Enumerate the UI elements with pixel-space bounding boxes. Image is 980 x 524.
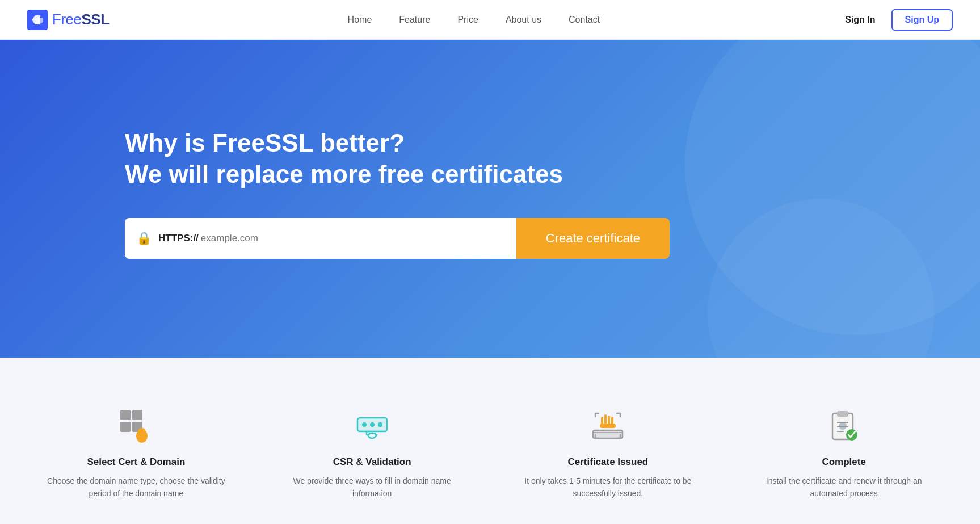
feature-csr-desc: We provide three ways to fill in domain … (277, 475, 468, 500)
logo-text: FreeSSL (52, 11, 110, 28)
svg-point-10 (362, 422, 367, 427)
nav-about[interactable]: About us (506, 15, 541, 25)
nav-actions: Sign In Sign Up (838, 9, 953, 31)
feature-csr-title: CSR & Validation (333, 456, 411, 468)
cert-issued-icon (587, 405, 628, 446)
hero-title: Why is FreeSSL better? We will replace m… (125, 127, 563, 190)
feature-select-cert: Select Cert & Domain Choose the domain n… (27, 392, 245, 509)
svg-rect-13 (593, 430, 623, 438)
signup-button[interactable]: Sign Up (891, 9, 953, 31)
svg-rect-1 (120, 410, 131, 420)
nav-feature[interactable]: Feature (399, 15, 430, 25)
svg-point-26 (839, 422, 847, 430)
hero-form: 🔒 HTTPS:// Create certificate (125, 218, 670, 259)
svg-rect-20 (600, 424, 616, 428)
svg-point-7 (138, 428, 145, 433)
feature-cert-issued-title: Certificate Issued (568, 456, 649, 468)
feature-cert-issued-desc: It only takes 1-5 minutes for the certif… (513, 475, 704, 500)
https-prefix: HTTPS:// (158, 233, 199, 244)
svg-point-12 (378, 422, 382, 427)
features-section: Select Cert & Domain Choose the domain n… (0, 358, 980, 524)
csr-icon (352, 405, 393, 446)
feature-csr: CSR & Validation We provide three ways t… (263, 392, 481, 509)
complete-icon (823, 405, 864, 446)
svg-rect-2 (132, 410, 142, 420)
feature-complete: Complete Install the certificate and ren… (735, 392, 953, 509)
create-certificate-button[interactable]: Create certificate (516, 218, 670, 259)
logo[interactable]: FreeSSL (27, 10, 110, 30)
feature-select-cert-desc: Choose the domain name type, choose the … (41, 475, 232, 500)
svg-point-11 (370, 422, 375, 427)
main-nav: Home Feature Price About us Contact (348, 15, 600, 25)
nav-home[interactable]: Home (348, 15, 372, 25)
select-cert-icon (116, 405, 157, 446)
svg-rect-22 (837, 411, 848, 417)
main-header: FreeSSL Home Feature Price About us Cont… (0, 0, 980, 40)
svg-rect-3 (120, 422, 131, 432)
feature-select-cert-title: Select Cert & Domain (87, 456, 185, 468)
lock-icon: 🔒 (136, 231, 152, 246)
signin-button[interactable]: Sign In (838, 10, 882, 30)
domain-input[interactable] (201, 233, 505, 244)
feature-complete-desc: Install the certificate and renew it thr… (748, 475, 939, 500)
nav-price[interactable]: Price (457, 15, 478, 25)
hero-input-wrapper: 🔒 HTTPS:// (125, 218, 516, 259)
hero-section: Why is FreeSSL better? We will replace m… (0, 40, 980, 358)
feature-complete-title: Complete (822, 456, 865, 468)
feature-cert-issued: Certificate Issued It only takes 1-5 min… (499, 392, 717, 509)
nav-contact[interactable]: Contact (569, 15, 600, 25)
logo-icon (27, 10, 48, 30)
